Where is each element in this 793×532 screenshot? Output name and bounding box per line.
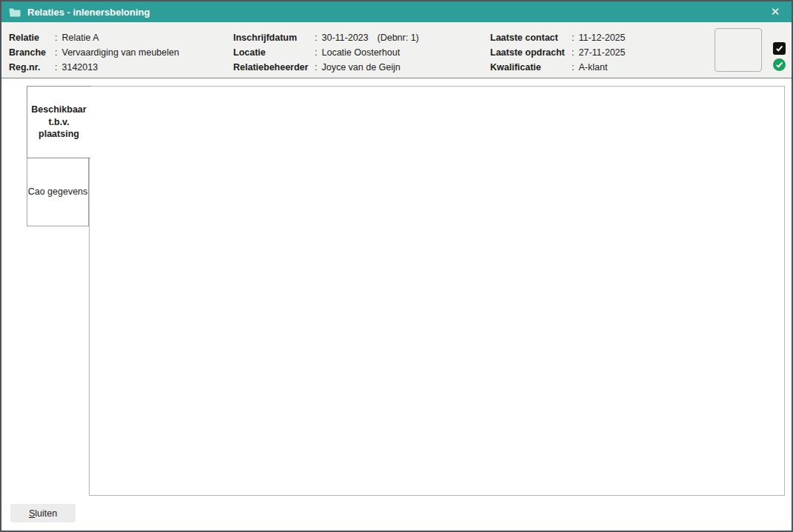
field-value: Vervaardiging van meubelen: [61, 47, 178, 58]
debnr-value: (Debnr: 1): [378, 33, 419, 43]
field-value: 11-12-2025: [578, 33, 625, 43]
field-label: Branche: [9, 47, 55, 58]
field-value: 27-11-2025: [578, 47, 625, 58]
field-label: Laatste opdracht: [490, 47, 572, 58]
tab-beschikbaar-tbv-plaatsing[interactable]: Beschikbaar t.b.v. plaatsing: [27, 86, 90, 158]
field-value: 3142013: [61, 62, 98, 73]
separator: :: [55, 47, 61, 58]
title-bar: Relaties - inlenersbeloning ✕: [1, 1, 792, 22]
relation-header: Relatie:Relatie A Branche:Vervaardiging …: [1, 22, 792, 78]
field-label: Inschrijfdatum: [233, 33, 315, 43]
field-value: A-klant: [578, 62, 607, 73]
tab-cao-gegevens[interactable]: Cao gegevens: [27, 158, 89, 226]
beschikbaar-panel: [89, 86, 785, 496]
field-label: Relatiebeheerder: [233, 62, 315, 73]
green-check-icon[interactable]: [773, 58, 786, 71]
field-label: Kwalificatie: [490, 62, 572, 73]
field-label: Relatie: [9, 33, 55, 43]
relaties-window: Relaties - inlenersbeloning ✕ Relatie:Re…: [0, 0, 793, 532]
field-value: Locatie Oosterhout: [321, 47, 400, 58]
separator: :: [572, 33, 578, 43]
field-value: Relatie A: [61, 33, 98, 43]
field-value: Joyce van de Geijn: [321, 62, 400, 73]
close-icon[interactable]: ✕: [766, 1, 784, 22]
folder-icon: [9, 7, 21, 17]
sluiten-button[interactable]: Sluiten: [10, 504, 76, 522]
window-title: Relaties - inlenersbeloning: [27, 7, 150, 18]
separator: :: [315, 47, 321, 58]
field-label: Laatste contact: [490, 33, 572, 43]
separator: :: [315, 62, 321, 73]
field-label: Locatie: [233, 47, 315, 58]
separator: :: [315, 33, 321, 43]
header-column-1: Relatie:Relatie A Branche:Vervaardiging …: [9, 30, 179, 75]
header-column-3: Laatste contact:11-12-2025 Laatste opdra…: [490, 30, 626, 75]
separator: :: [572, 62, 578, 73]
checked-checkbox-icon[interactable]: [773, 42, 786, 55]
separator: :: [572, 47, 578, 58]
separator: :: [55, 62, 61, 73]
relation-photo-placeholder: [715, 28, 762, 72]
field-value: 30-11-2023: [321, 33, 368, 43]
header-column-2: Inschrijfdatum:30-11-2023(Debnr: 1) Loca…: [233, 30, 419, 75]
field-label: Reg.nr.: [9, 62, 55, 73]
separator: :: [55, 33, 61, 43]
